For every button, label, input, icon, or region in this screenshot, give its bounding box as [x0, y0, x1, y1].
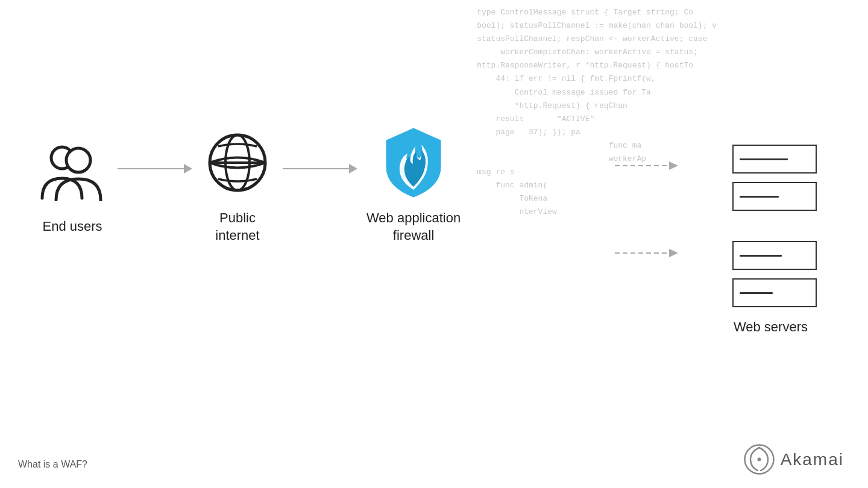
- akamai-text: Akamai: [781, 450, 844, 469]
- svg-point-1: [66, 148, 90, 172]
- diagram: End users Public internet: [36, 127, 461, 244]
- server-box-4: [732, 278, 817, 307]
- web-servers-label: Web servers: [734, 319, 808, 335]
- server-group-bottom: [732, 241, 817, 307]
- end-users-label: End users: [42, 218, 102, 236]
- server-group-top: [732, 145, 817, 211]
- svg-point-10: [757, 458, 761, 461]
- akamai-circle-icon: [743, 443, 776, 476]
- server-box-2: [732, 182, 817, 211]
- svg-marker-8: [669, 249, 678, 257]
- public-internet-node: Public internet: [201, 127, 274, 244]
- waf-node: Web application firewall: [366, 127, 461, 244]
- akamai-logo: Akamai: [743, 443, 844, 476]
- end-users-node: End users: [36, 135, 108, 236]
- server-box-1: [732, 145, 817, 174]
- arrow-2: [283, 164, 357, 174]
- server-box-3: [732, 241, 817, 270]
- svg-marker-6: [669, 161, 678, 170]
- public-internet-label: Public internet: [215, 210, 259, 244]
- globe-icon: [201, 127, 274, 199]
- end-users-icon: [36, 135, 108, 207]
- waf-label: Web application firewall: [366, 210, 461, 244]
- arrow-1: [118, 164, 192, 174]
- waf-icon: [380, 127, 447, 199]
- bottom-label: What is a WAF?: [18, 459, 87, 470]
